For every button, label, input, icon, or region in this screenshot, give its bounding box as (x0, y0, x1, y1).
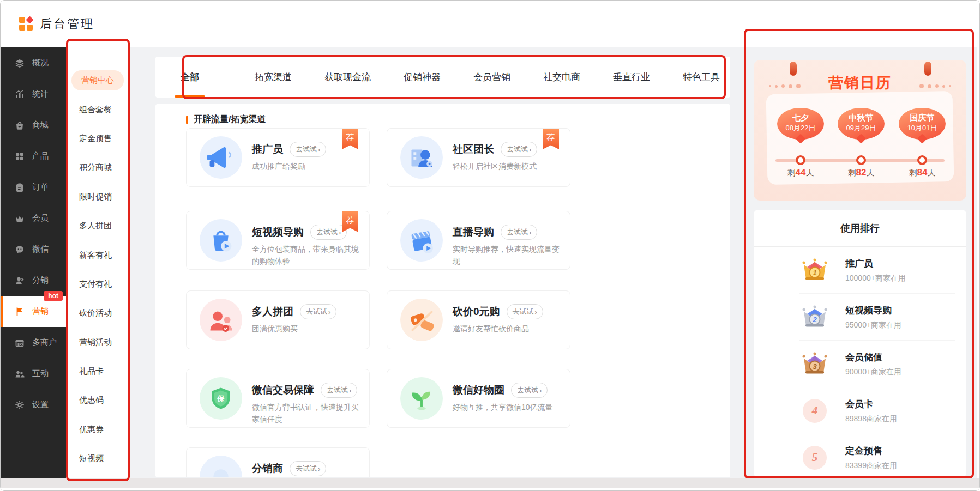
sidebar-item-marketing[interactable]: 营销 hot (1, 296, 66, 327)
try-button[interactable]: 去试试› (290, 461, 326, 476)
submenu-item[interactable]: 优惠码 (66, 386, 130, 415)
sidebar-label: 设置 (32, 399, 49, 410)
member-crown-icon (14, 213, 25, 224)
rank-item-users: 83399商家在用 (845, 461, 897, 471)
ranking-title: 使用排行 (754, 222, 966, 235)
submenu-item[interactable]: 营销活动 (66, 328, 130, 357)
svg-text:2: 2 (812, 316, 817, 324)
app-title: 后台管理 (40, 16, 94, 32)
tool-card-wechat-protection[interactable]: 保 微信交易保障 去试试› 微信官方背书认证，快速提升买家信任度 (186, 369, 370, 428)
submenu-item[interactable]: 新客有礼 (66, 240, 130, 269)
sidebar-item-wechat[interactable]: 微信 (1, 234, 66, 265)
chevron-right-icon: › (339, 228, 341, 237)
try-button[interactable]: 去试试› (300, 304, 336, 319)
submenu-item[interactable]: 积分商城 (66, 153, 130, 182)
wechat-icon (14, 244, 25, 255)
sidebar-item-stats[interactable]: 统计 (1, 78, 66, 110)
timeline-dot (856, 155, 866, 165)
distribution-person-icon (14, 275, 25, 286)
chevron-right-icon: › (539, 386, 542, 395)
submenu-item[interactable]: 支付有礼 (66, 270, 130, 299)
multi-merchant-store-icon (14, 337, 25, 348)
card-title: 分销商 (252, 462, 283, 476)
card-description: 全方位包装商品，带来身临其境的购物体验 (252, 243, 362, 267)
submenu-item[interactable]: 优惠券 (66, 415, 130, 444)
tool-card-short-video[interactable]: 短视频导购 去试试› 全方位包装商品，带来身临其境的购物体验 荐 (186, 211, 370, 270)
sidebar-item-members[interactable]: 会员 (1, 203, 66, 234)
backend-admin-screen: 后台管理 概况 统计 商城 产品 订单 会员 微信 (0, 0, 980, 491)
submenu-item[interactable]: 定金预售 (66, 124, 130, 153)
card-title: 微信好物圈 (453, 383, 504, 397)
distributor-icon (200, 456, 242, 477)
calendar-title: 营销日历 (754, 73, 966, 93)
tab-promotion-tools[interactable]: 促销神器 (404, 57, 441, 98)
sidebar-label: 订单 (32, 182, 49, 192)
layers-icon (14, 58, 25, 69)
tool-card-distributor[interactable]: 分销商 去试试› (186, 447, 370, 477)
tab-member-marketing[interactable]: 会员营销 (473, 57, 510, 98)
try-button[interactable]: 去试试› (321, 383, 357, 398)
tab-social-commerce[interactable]: 社交电商 (543, 57, 580, 98)
submenu-item[interactable]: 直播 (66, 473, 130, 478)
ranking-item[interactable]: 4 会员卡 89898商家在用 (799, 387, 955, 434)
sidebar-item-orders[interactable]: 订单 (1, 172, 66, 203)
sidebar-item-settings[interactable]: 设置 (1, 389, 66, 420)
ranking-item[interactable]: 1 推广员 100000+商家在用 (799, 247, 955, 294)
sidebar-label: 互动 (32, 368, 49, 379)
try-button[interactable]: 去试试› (501, 225, 537, 240)
try-button[interactable]: 去试试› (310, 225, 347, 240)
try-button[interactable]: 去试试› (511, 383, 548, 398)
app-logo-icon (19, 17, 33, 31)
tab-cashflow[interactable]: 获取现金流 (324, 57, 371, 98)
rank-item-users: 90000+商家在用 (845, 367, 901, 377)
recommend-badge: 荐 (543, 129, 559, 149)
rank-number-badge: 5 (803, 446, 827, 470)
ranking-item[interactable]: 3 会员储值 90000+商家在用 (799, 341, 955, 387)
try-button[interactable]: 去试试› (501, 142, 537, 157)
submenu-item-marketing-center[interactable]: 营销中心 (66, 66, 130, 95)
days-remaining: 剩44天 (773, 167, 828, 178)
card-title: 短视频导购 (252, 225, 304, 239)
sidebar-item-multi-merchant[interactable]: 多商户 (1, 327, 66, 358)
tool-card-live-shopping[interactable]: 直播导购 去试试› 实时导购推荐，快速实现流量变现 (387, 211, 570, 270)
sidebar-item-mall[interactable]: 商城 (1, 110, 66, 141)
card-description: 团满优惠购买 (252, 323, 362, 335)
tab-vertical-industry[interactable]: 垂直行业 (613, 57, 650, 98)
rank-item-users: 89898商家在用 (845, 414, 897, 424)
submenu-item[interactable]: 多人拼团 (66, 211, 130, 240)
svg-text:保: 保 (217, 395, 225, 403)
sidebar-item-product[interactable]: 产品 (1, 141, 66, 172)
submenu-item[interactable]: 短视频 (66, 444, 130, 473)
card-title: 社区团长 (453, 142, 494, 156)
chevron-right-icon: › (349, 386, 351, 395)
tab-expand-channels[interactable]: 拓宽渠道 (255, 57, 292, 98)
tool-card-bargain[interactable]: 砍价0元购 去试试› 邀请好友帮忙砍价商品 (387, 290, 570, 349)
interaction-people-icon (14, 368, 25, 379)
try-button[interactable]: 去试试› (507, 304, 543, 319)
rank-item-title: 定金预售 (845, 445, 897, 457)
svg-text:1: 1 (813, 269, 816, 277)
submenu-item[interactable]: 限时促销 (66, 183, 130, 211)
tool-card-group-buy[interactable]: 多人拼团 去试试› 团满优惠购买 (186, 290, 370, 349)
section-accent-bar (186, 116, 188, 124)
tool-card-community-leader[interactable]: 社区团长 去试试› 轻松开启社区消费新模式 荐 (387, 128, 570, 187)
submenu-item[interactable]: 组合套餐 (66, 95, 130, 124)
sidebar-label: 产品 (32, 151, 49, 161)
rank-item-title: 会员卡 (845, 398, 897, 410)
bargain-tag-icon (400, 299, 443, 341)
tab-featured-tools[interactable]: 特色工具 (683, 57, 720, 98)
card-title: 推广员 (252, 142, 283, 156)
submenu-item[interactable]: 砍价活动 (66, 299, 130, 328)
try-button[interactable]: 去试试› (290, 142, 326, 157)
submenu-item[interactable]: 礼品卡 (66, 357, 130, 386)
sidebar-item-overview[interactable]: 概况 (1, 47, 66, 78)
ranking-item[interactable]: 2 短视频导购 95000+商家在用 (799, 294, 955, 341)
tool-card-promoter[interactable]: 推广员 去试试› 成功推广给奖励 荐 (186, 128, 370, 187)
card-title: 砍价0元购 (453, 305, 500, 319)
tab-all[interactable]: 全部 (181, 57, 199, 98)
tool-card-good-things[interactable]: 微信好物圈 去试试› 好物互推，共享微信10亿流量 (387, 369, 570, 428)
ranking-item[interactable]: 5 定金预售 83399商家在用 (799, 434, 955, 477)
sidebar-item-interaction[interactable]: 互动 (1, 358, 66, 389)
chevron-right-icon: › (529, 146, 531, 154)
card-title: 多人拼团 (252, 305, 293, 319)
